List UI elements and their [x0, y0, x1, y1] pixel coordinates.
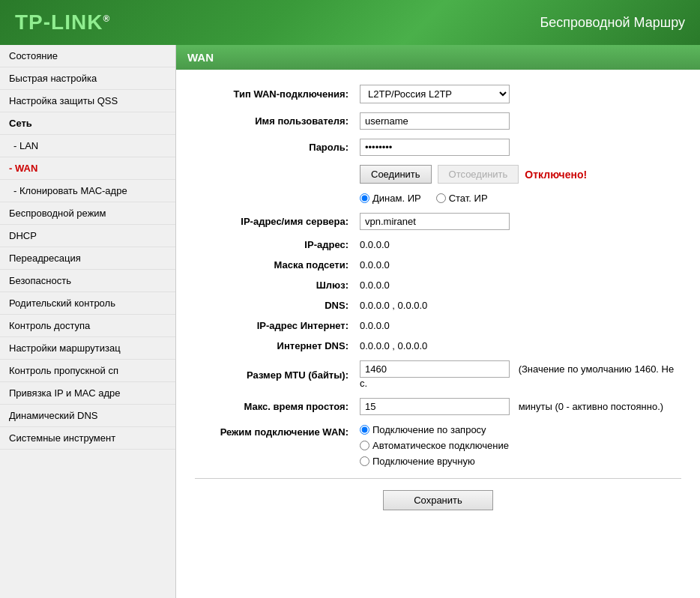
dns-row: DNS: 0.0.0.0 , 0.0.0.0 [195, 300, 681, 311]
sidebar: СостояниеБыстрая настройкаНастройка защи… [0, 45, 176, 598]
subnet-label: Маска подсети: [195, 259, 360, 271]
wan-mode-radio-label[interactable]: Подключение по запросу [360, 424, 681, 435]
sidebar-item[interactable]: Беспроводной режим [0, 202, 175, 225]
wan-type-label: Тип WAN-подключения: [195, 88, 360, 100]
internet-ip-value: 0.0.0.0 [360, 320, 681, 331]
internet-dns-label: Интернет DNS: [195, 340, 360, 351]
wan-mode-radio-label[interactable]: Автоматическое подключение [360, 440, 681, 451]
server-row: IP-адрес/имя сервера: [195, 213, 681, 230]
wan-mode-radio[interactable] [360, 456, 369, 466]
ip-value: 0.0.0.0 [360, 239, 681, 250]
username-row: Имя пользователя: [195, 112, 681, 130]
internet-dns-row: Интернет DNS: 0.0.0.0 , 0.0.0.0 [195, 340, 681, 351]
wan-type-row: Тип WAN-подключения: L2TP/Россия L2TPPPP… [195, 85, 681, 103]
username-label: Имя пользователя: [195, 115, 360, 127]
ip-label: IP-адрес: [195, 239, 360, 250]
timeout-value-wrapper: минуты (0 - активно постоянно.) [360, 398, 681, 415]
sidebar-item[interactable]: Безопасность [0, 270, 175, 292]
connect-row: Соединить Отсоединить Отключено! [195, 165, 681, 184]
password-label: Пароль: [195, 142, 360, 153]
password-row: Пароль: [195, 139, 681, 156]
mtu-input[interactable] [360, 360, 510, 378]
wan-mode-label: Режим подключение WAN: [195, 424, 360, 438]
dynamic-ip-label: Динам. ИP [372, 193, 421, 204]
ip-mode-row: Динам. ИP Стат. ИP [195, 193, 681, 204]
timeout-note: минуты (0 - активно постоянно.) [519, 401, 663, 412]
dns-value: 0.0.0.0 , 0.0.0.0 [360, 300, 681, 311]
disconnect-button: Отсоединить [438, 165, 519, 184]
timeout-row: Макс. время простоя: минуты (0 - активно… [195, 398, 681, 415]
sidebar-item[interactable]: Настройки маршрутизац [0, 337, 175, 360]
sidebar-item[interactable]: Сеть [0, 112, 175, 135]
server-label: IP-адрес/имя сервера: [195, 216, 360, 227]
connect-buttons: Соединить Отсоединить Отключено! [360, 165, 681, 184]
subnet-value: 0.0.0.0 [360, 259, 681, 271]
connection-status: Отключено! [525, 169, 587, 181]
internet-ip-label: IP-адрес Интернет: [195, 320, 360, 331]
subnet-row: Маска подсети: 0.0.0.0 [195, 259, 681, 271]
sidebar-item[interactable]: - LAN [0, 135, 175, 157]
header-title: Беспроводной Маршру [540, 15, 685, 31]
internet-ip-row: IP-адрес Интернет: 0.0.0.0 [195, 320, 681, 331]
sidebar-item[interactable]: Контроль доступа [0, 315, 175, 337]
sidebar-item[interactable]: Привязка IP и МАС адре [0, 382, 175, 405]
dynamic-ip-radio-label[interactable]: Динам. ИP [360, 193, 421, 204]
sidebar-item[interactable]: DHCP [0, 225, 175, 247]
main-layout: СостояниеБыстрая настройкаНастройка защи… [0, 45, 700, 598]
logo: TP-LINK® [15, 10, 110, 34]
username-input[interactable] [360, 112, 510, 130]
sidebar-item[interactable]: Быстрая настройка [0, 67, 175, 90]
dns-label: DNS: [195, 300, 360, 311]
gateway-label: Шлюз: [195, 280, 360, 291]
logo-text: TP-LINK [15, 10, 103, 34]
wan-mode-radio[interactable] [360, 441, 369, 450]
wan-mode-radio-text: Автоматическое подключение [372, 440, 509, 451]
gateway-value: 0.0.0.0 [360, 280, 681, 291]
gateway-row: Шлюз: 0.0.0.0 [195, 280, 681, 291]
logo-mark: ® [103, 13, 110, 24]
username-field-wrapper [360, 112, 681, 130]
wan-type-select[interactable]: L2TP/Россия L2TPPPPoEDHCPStatic IP [360, 85, 510, 103]
sidebar-item[interactable]: Родительский контроль [0, 292, 175, 315]
sidebar-item[interactable]: - Клонировать МАС-адре [0, 180, 175, 202]
connect-button[interactable]: Соединить [360, 165, 432, 184]
server-input[interactable] [360, 213, 510, 230]
timeout-input[interactable] [360, 398, 510, 415]
sidebar-item[interactable]: Динамический DNS [0, 405, 175, 427]
ip-mode-group: Динам. ИP Стат. ИP [360, 193, 681, 204]
save-row: Сохранить [195, 490, 681, 525]
sidebar-item[interactable]: Состояние [0, 45, 175, 67]
server-value-wrapper [360, 213, 681, 230]
wan-mode-options: Подключение по запросуАвтоматическое под… [360, 424, 681, 467]
content-body: Тип WAN-подключения: L2TP/Россия L2TPPPP… [176, 70, 700, 540]
header: TP-LINK® Беспроводной Маршру [0, 0, 700, 45]
password-input[interactable] [360, 139, 510, 156]
dynamic-ip-radio[interactable] [360, 193, 369, 203]
content-area: WAN Тип WAN-подключения: L2TP/Россия L2T… [176, 45, 700, 598]
mtu-label: Размер MTU (байты): [195, 369, 360, 381]
wan-mode-radio[interactable] [360, 425, 369, 435]
save-button[interactable]: Сохранить [383, 490, 493, 510]
timeout-label: Макс. время простоя: [195, 401, 360, 412]
password-field-wrapper [360, 139, 681, 156]
wan-mode-radio-text: Подключение вручную [372, 456, 475, 467]
internet-dns-value: 0.0.0.0 , 0.0.0.0 [360, 340, 681, 351]
divider [195, 478, 681, 479]
mtu-row: Размер MTU (байты): (Значение по умолчан… [195, 360, 681, 389]
wan-mode-radio-label[interactable]: Подключение вручную [360, 456, 681, 467]
sidebar-item[interactable]: Системные инструмент [0, 427, 175, 450]
ip-row: IP-адрес: 0.0.0.0 [195, 239, 681, 250]
mtu-value-wrapper: (Значение по умолчанию 1460. Не с. [360, 360, 681, 389]
static-ip-radio-label[interactable]: Стат. ИP [436, 193, 488, 204]
wan-mode-row: Режим подключение WAN: Подключение по за… [195, 424, 681, 467]
static-ip-label: Стат. ИP [449, 193, 488, 204]
content-header: WAN [176, 45, 700, 70]
wan-type-value: L2TP/Россия L2TPPPPoEDHCPStatic IP [360, 85, 681, 103]
sidebar-item[interactable]: - WAN [0, 157, 175, 180]
wan-mode-radio-text: Подключение по запросу [372, 424, 486, 435]
sidebar-item[interactable]: Контроль пропускной сп [0, 360, 175, 382]
sidebar-item[interactable]: Переадресация [0, 247, 175, 270]
sidebar-item[interactable]: Настройка защиты QSS [0, 90, 175, 112]
static-ip-radio[interactable] [436, 193, 446, 203]
